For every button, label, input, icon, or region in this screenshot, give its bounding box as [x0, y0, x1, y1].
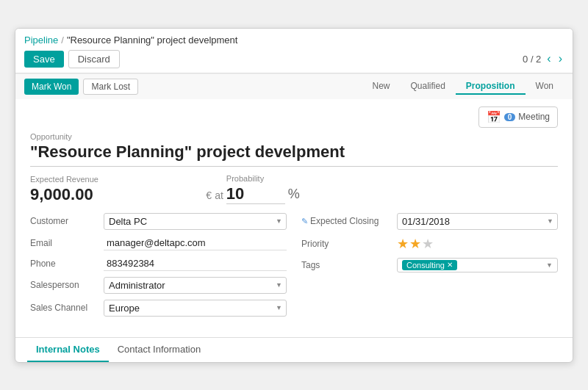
email-row: Email: [30, 236, 287, 250]
expected-closing-edit-icon: ✎: [301, 217, 308, 226]
star-3[interactable]: ★: [422, 236, 434, 252]
main-content: 📅 0 Meeting Opportunity "Resource Planni…: [15, 99, 573, 330]
phone-input[interactable]: [104, 256, 287, 271]
stage-new[interactable]: New: [362, 79, 400, 95]
priority-row: Priority ★ ★ ★: [301, 236, 558, 252]
main-window: Pipeline / "Resource Planning" project d…: [15, 28, 573, 363]
tag-consulting-label: Consulting: [406, 261, 445, 270]
pagination-count: 0 / 2: [523, 54, 541, 65]
prob-percent: %: [288, 187, 300, 202]
customer-select-wrapper: Delta PC: [104, 213, 287, 230]
sales-channel-label: Sales Channel: [30, 303, 104, 313]
tag-consulting: Consulting ✕: [402, 260, 457, 270]
mark-lost-button[interactable]: Mark Lost: [83, 79, 138, 95]
expected-closing-label: ✎ Expected Closing: [301, 216, 397, 226]
opportunity-label: Opportunity: [30, 132, 558, 141]
meeting-icon: 📅: [487, 110, 501, 124]
salesperson-row: Salesperson Administrator: [30, 277, 287, 294]
tags-dropdown-arrow: ▼: [546, 261, 553, 269]
tab-contact-information[interactable]: Contact Information: [109, 338, 209, 362]
status-bar: Mark Won Mark Lost New Qualified Proposi…: [15, 73, 573, 99]
sales-channel-select-wrapper: Europe: [104, 300, 287, 317]
discard-button[interactable]: Discard: [68, 50, 120, 68]
revenue-label: Expected Revenue: [30, 175, 206, 184]
salesperson-label: Salesperson: [30, 280, 104, 290]
stage-pills: New Qualified Proposition Won: [362, 79, 564, 95]
sales-channel-row: Sales Channel Europe: [30, 300, 287, 317]
priority-stars[interactable]: ★ ★ ★: [397, 236, 434, 252]
meeting-label: Meeting: [518, 112, 550, 122]
opportunity-title: "Resource Planning" project develpment: [30, 142, 558, 167]
stage-won[interactable]: Won: [526, 79, 564, 95]
meeting-btn-row: 📅 0 Meeting: [30, 106, 558, 128]
save-button[interactable]: Save: [24, 51, 64, 68]
probability-section: € at Probability %: [206, 174, 558, 204]
currency-symbol: €: [206, 189, 212, 201]
phone-row: Phone: [30, 256, 287, 271]
email-input[interactable]: [104, 236, 287, 250]
phone-label: Phone: [30, 259, 104, 269]
breadcrumb-separator: /: [61, 35, 64, 46]
stage-proposition[interactable]: Proposition: [456, 79, 526, 95]
top-bar: Pipeline / "Resource Planning" project d…: [15, 29, 573, 73]
priority-label: Priority: [301, 239, 397, 249]
tag-consulting-close[interactable]: ✕: [447, 261, 453, 269]
fields-grid: Customer Delta PC Email Phone: [30, 213, 558, 322]
status-bar-left: Mark Won Mark Lost: [24, 79, 138, 95]
breadcrumb-current: "Resource Planning" project develpment: [67, 35, 238, 46]
expected-closing-select-wrapper: 01/31/2018: [397, 213, 558, 230]
meeting-button[interactable]: 📅 0 Meeting: [478, 106, 558, 128]
action-bar-left: Save Discard: [24, 50, 120, 68]
tags-wrapper[interactable]: Consulting ✕ ▼: [397, 258, 558, 272]
pagination: 0 / 2 ‹ ›: [523, 52, 564, 65]
revenue-row: Expected Revenue 9,000.00 € at Probabili…: [30, 174, 558, 204]
salesperson-select[interactable]: Administrator: [104, 277, 287, 294]
revenue-section: Expected Revenue 9,000.00: [30, 175, 206, 204]
sales-channel-select[interactable]: Europe: [104, 300, 287, 317]
tabs-bar: Internal Notes Contact Information: [15, 337, 573, 362]
customer-label: Customer: [30, 216, 104, 226]
next-arrow[interactable]: ›: [557, 52, 564, 65]
at-label: at: [215, 189, 223, 201]
star-2[interactable]: ★: [409, 236, 421, 252]
probability-input[interactable]: [226, 184, 285, 204]
prob-label: Probability: [226, 174, 300, 183]
expected-closing-row: ✎ Expected Closing 01/31/2018: [301, 213, 558, 230]
customer-row: Customer Delta PC: [30, 213, 287, 230]
expected-closing-select[interactable]: 01/31/2018: [397, 213, 558, 230]
left-column: Customer Delta PC Email Phone: [30, 213, 287, 322]
meeting-count: 0: [504, 113, 516, 121]
tab-internal-notes[interactable]: Internal Notes: [27, 338, 109, 362]
email-label: Email: [30, 238, 104, 248]
star-1[interactable]: ★: [397, 236, 409, 252]
revenue-value[interactable]: 9,000.00: [30, 185, 206, 204]
tags-row: Tags Consulting ✕ ▼: [301, 258, 558, 272]
customer-select[interactable]: Delta PC: [104, 213, 287, 230]
breadcrumb: Pipeline / "Resource Planning" project d…: [24, 35, 564, 46]
salesperson-select-wrapper: Administrator: [104, 277, 287, 294]
tags-label: Tags: [301, 260, 397, 270]
right-column: ✎ Expected Closing 01/31/2018 Priority ★…: [301, 213, 558, 322]
stage-qualified[interactable]: Qualified: [400, 79, 455, 95]
prev-arrow[interactable]: ‹: [545, 52, 552, 65]
mark-won-button[interactable]: Mark Won: [24, 79, 79, 95]
action-bar: Save Discard 0 / 2 ‹ ›: [24, 50, 564, 73]
breadcrumb-pipeline[interactable]: Pipeline: [24, 35, 58, 46]
